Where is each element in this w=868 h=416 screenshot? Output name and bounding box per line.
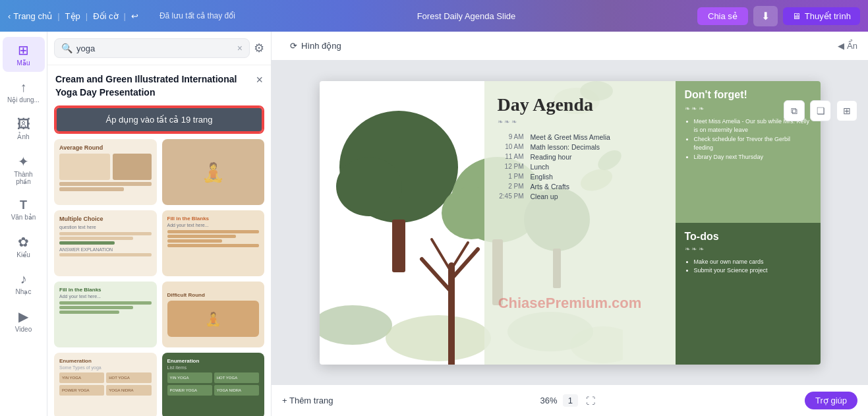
sidebar-item-anh[interactable]: 🖼 Ảnh bbox=[3, 111, 45, 146]
clear-search-button[interactable]: × bbox=[237, 43, 243, 53]
topbar: ‹ Trang chủ | Tệp | Đối cờ | ↩ Đã lưu tấ… bbox=[0, 0, 868, 32]
list-item: Make our own name cards bbox=[694, 258, 811, 267]
elements-icon: ✦ bbox=[18, 154, 29, 169]
list-item: Check schedule for Trevor the Gerbil fee… bbox=[694, 135, 811, 153]
sidebar-item-nhac[interactable]: ♪ Nhạc bbox=[3, 266, 45, 301]
edit-nav[interactable]: Đối cờ bbox=[93, 11, 118, 21]
copy-button[interactable]: ⧉ bbox=[784, 100, 805, 121]
sidebar: ⊞ Mẫu ↑ Nội dung... 🖼 Ảnh ✦ Thành phần T… bbox=[0, 32, 47, 416]
list-item: Submit your Science project bbox=[694, 266, 811, 276]
hide-icon: ◀ bbox=[838, 41, 844, 51]
sidebar-item-noidung[interactable]: ↑ Nội dung... bbox=[3, 74, 45, 109]
template-average-round[interactable]: Average Round bbox=[54, 139, 157, 205]
todos-title: To-dos bbox=[685, 231, 811, 243]
help-button[interactable]: Trợ giúp bbox=[805, 392, 857, 409]
canvas-viewport: ⧉ ❏ ⊞ bbox=[272, 61, 868, 384]
animation-button[interactable]: ⟳ Hình động bbox=[282, 37, 349, 55]
canvas-actions: ⧉ ❏ ⊞ bbox=[784, 100, 857, 121]
template-fill-blanks-green[interactable]: Fill in the Blanks Add your text here... bbox=[54, 282, 157, 347]
page-number: 1 bbox=[563, 394, 578, 407]
template-multiple-choice[interactable]: Multiple Choice question text here ANSWE… bbox=[54, 210, 157, 276]
canvas-bottom: + Thêm trang 36% 1 ⛶ Trợ giúp bbox=[272, 384, 868, 416]
template-title: Cream and Green Illustrated Internationa… bbox=[55, 73, 250, 99]
video-icon: ▶ bbox=[18, 309, 28, 324]
svg-rect-4 bbox=[392, 220, 405, 272]
sidebar-item-vanban[interactable]: T Văn bản bbox=[3, 193, 45, 226]
animation-icon: ⟳ bbox=[290, 41, 297, 51]
close-button[interactable]: × bbox=[256, 73, 263, 87]
agenda-row-3: 11 AM Reading hour bbox=[498, 153, 662, 161]
sidebar-item-kieu[interactable]: ✿ Kiểu bbox=[3, 229, 45, 264]
template-enumeration-green[interactable]: Enumeration List items YIN YOGA HOT YOGA… bbox=[162, 353, 265, 416]
topbar-center: Forest Daily Agenda Slide bbox=[246, 11, 687, 21]
slide-preview: Day Agenda ❧ ❧ ❧ 9 AM Meet & Greet Miss … bbox=[320, 81, 821, 365]
present-icon: 🖥 bbox=[792, 11, 801, 21]
style-icon: ✿ bbox=[18, 234, 29, 250]
slide-left: Day Agenda ❧ ❧ ❧ 9 AM Meet & Greet Miss … bbox=[320, 81, 676, 365]
document-title: Forest Daily Agenda Slide bbox=[417, 11, 516, 21]
slide-right: Don't forget! ❧ ❧ ❧ Meet Miss Amelia - O… bbox=[676, 81, 821, 365]
image-icon: 🖼 bbox=[17, 117, 30, 132]
zoom-level: 36% bbox=[540, 396, 558, 405]
download-button[interactable]: ⬇ bbox=[753, 6, 778, 26]
canvas-toolbar: ⟳ Hình động ◀ Ẩn bbox=[272, 32, 868, 61]
agenda-deco: ❧ ❧ ❧ bbox=[498, 118, 662, 125]
apply-all-button[interactable]: Áp dụng vào tất cả 19 trang bbox=[55, 107, 263, 133]
hide-panel-button[interactable]: ◀ Ẩn bbox=[838, 41, 857, 51]
expand-button[interactable]: ⊞ bbox=[836, 100, 857, 121]
duplicate-button[interactable]: ❏ bbox=[810, 100, 831, 121]
search-area: 🔍 × ⚙ bbox=[47, 32, 271, 65]
todos-section: To-dos ❧ ❧ ❧ Make our own name cards Sub… bbox=[676, 223, 821, 365]
todos-list: Make our own name cards Submit your Scie… bbox=[685, 258, 811, 276]
template-difficult-round[interactable]: Difficult Round 🧘 bbox=[162, 282, 265, 347]
home-nav[interactable]: ‹ Trang chủ bbox=[8, 11, 52, 21]
panel-header: Cream and Green Illustrated Internationa… bbox=[47, 65, 271, 104]
topbar-left: ‹ Trang chủ | Tệp | Đối cờ | ↩ bbox=[8, 11, 138, 21]
svg-point-11 bbox=[386, 315, 491, 361]
template-icon: ⊞ bbox=[18, 42, 29, 58]
fullscreen-button[interactable]: ⛶ bbox=[583, 393, 598, 409]
agenda-row-4: 12 PM Lunch bbox=[498, 163, 662, 171]
sidebar-item-thanhphan[interactable]: ✦ Thành phần bbox=[3, 148, 45, 191]
template-panel: 🔍 × ⚙ Cream and Green Illustrated Intern… bbox=[47, 32, 272, 416]
agenda-row-5: 1 PM English bbox=[498, 173, 662, 181]
add-page-button[interactable]: + Thêm trang bbox=[282, 396, 333, 405]
templates-grid: Average Round 🧘 Multiple Choice questio bbox=[47, 139, 271, 416]
music-icon: ♪ bbox=[20, 272, 27, 287]
agenda-row-1: 9 AM Meet & Greet Miss Amelia bbox=[498, 133, 662, 141]
filter-icon[interactable]: ⚙ bbox=[254, 41, 264, 55]
save-status: Đã lưu tất cả thay đổi bbox=[159, 11, 235, 20]
svg-point-3 bbox=[336, 157, 402, 216]
dont-forget-title: Don't forget! bbox=[685, 89, 811, 101]
agenda-title: Day Agenda bbox=[498, 94, 662, 115]
template-fill-blanks-orange[interactable]: Fill in the Blanks Add your text here... bbox=[162, 210, 265, 276]
back-arrow: ‹ bbox=[8, 11, 11, 21]
template-yoga-photo[interactable]: 🧘 bbox=[162, 139, 265, 205]
agenda-row-6: 2 PM Arts & Crafts bbox=[498, 183, 662, 191]
zoom-controls: 36% 1 ⛶ bbox=[540, 393, 598, 409]
svg-line-17 bbox=[432, 239, 451, 272]
search-input[interactable] bbox=[76, 44, 233, 53]
share-button[interactable]: Chia sẻ bbox=[697, 7, 748, 25]
list-item: Library Day next Thursday bbox=[694, 153, 811, 162]
dont-forget-list: Meet Miss Amelia - Our sub while Mrs. Ke… bbox=[685, 117, 811, 162]
sidebar-item-mau[interactable]: ⊞ Mẫu bbox=[3, 37, 45, 72]
upload-icon: ↑ bbox=[20, 80, 27, 95]
file-nav[interactable]: Tệp bbox=[65, 11, 80, 21]
agenda-row-2: 10 AM Math lesson: Decimals bbox=[498, 143, 662, 151]
topbar-right: Chia sẻ ⬇ 🖥 Thuyết trình bbox=[697, 6, 860, 26]
template-enumeration-beige[interactable]: Enumeration Some Types of yoga YIN YOGA … bbox=[54, 353, 157, 416]
canvas-area: ⟳ Hình động ◀ Ẩn ⧉ ❏ ⊞ bbox=[272, 32, 868, 416]
sidebar-item-video[interactable]: ▶ Video bbox=[3, 303, 45, 338]
text-icon: T bbox=[20, 198, 27, 212]
main-layout: ⊞ Mẫu ↑ Nội dung... 🖼 Ảnh ✦ Thành phần T… bbox=[0, 32, 868, 416]
svg-point-10 bbox=[320, 305, 392, 345]
search-icon: 🔍 bbox=[61, 43, 72, 53]
todos-deco: ❧ ❧ ❧ bbox=[685, 245, 811, 253]
undo-nav[interactable]: ↩ bbox=[131, 11, 138, 21]
agenda-box: Day Agenda ❧ ❧ ❧ 9 AM Meet & Greet Miss … bbox=[484, 81, 676, 365]
present-button[interactable]: 🖥 Thuyết trình bbox=[783, 7, 860, 25]
agenda-row-7: 2:45 PM Clean up bbox=[498, 193, 662, 200]
search-box[interactable]: 🔍 × bbox=[54, 38, 250, 58]
